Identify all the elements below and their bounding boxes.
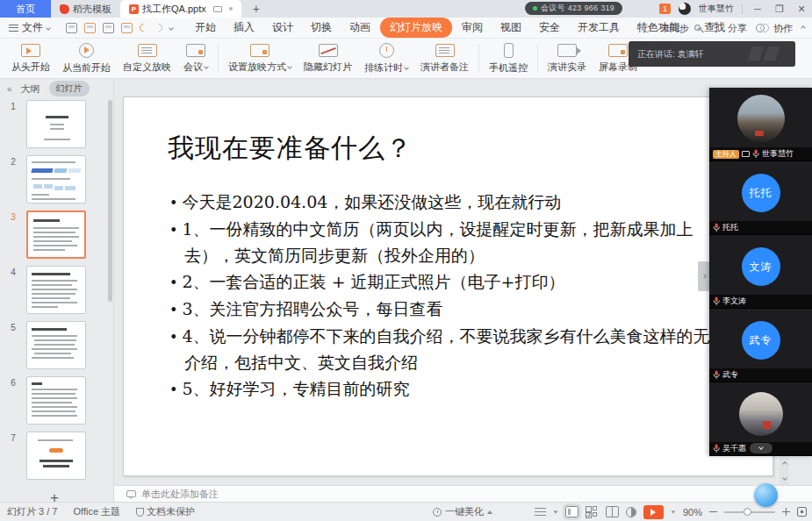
slideshow-play-button[interactable] <box>643 505 664 519</box>
beautify-button[interactable]: 一键美化 <box>433 505 492 518</box>
tab-review[interactable]: 审阅 <box>454 18 491 38</box>
custom-show-button[interactable]: 自定义放映 <box>117 39 177 78</box>
chevron-down-icon <box>46 25 51 31</box>
collab-button[interactable]: 协作 <box>773 22 793 35</box>
panel-scrollbar[interactable] <box>108 100 112 302</box>
speaker-notes-button[interactable]: 演讲者备注 <box>414 39 475 78</box>
bullet-item: 今天是2020.04.04，如果还没做这些，现在就行动 <box>169 189 737 216</box>
mic-icon <box>752 149 759 159</box>
redo-icon[interactable] <box>153 22 164 33</box>
tab-document[interactable]: P 找工作QA.pptx <box>120 0 241 18</box>
tab-view[interactable]: 视图 <box>492 18 529 38</box>
meeting-button[interactable]: 会议 <box>177 39 214 78</box>
account-avatar[interactable] <box>679 3 691 15</box>
play-from-current-button[interactable]: 从当前开始 <box>56 39 117 78</box>
theme-name[interactable]: Office 主题 <box>73 505 120 518</box>
tab-devtools[interactable]: 开发工具 <box>570 18 628 38</box>
chevron-down-icon[interactable] <box>554 510 558 513</box>
outline-tab[interactable]: 大纲 <box>21 82 40 96</box>
phone-remote-button[interactable]: 手机遥控 <box>483 39 534 78</box>
reading-view-button[interactable] <box>606 506 619 517</box>
play-options-icon[interactable] <box>672 510 675 513</box>
minimize-button[interactable]: ─ <box>751 4 765 14</box>
bullet-item: 5、好好学习，专精目前的研究 <box>169 376 737 403</box>
previous-slide-button[interactable] <box>780 458 789 470</box>
share-button[interactable]: 分享 <box>728 22 747 35</box>
participant-tile-host[interactable]: 主持人 世事慧竹 <box>709 88 812 161</box>
meeting-watermark-icon <box>763 46 780 61</box>
notes-bar[interactable]: 单击此处添加备注 <box>114 485 812 502</box>
zoom-slider-knob[interactable] <box>744 508 751 516</box>
play-from-start-button[interactable]: 从头开始 <box>5 39 56 78</box>
protection-status[interactable]: 文档未保护 <box>136 505 195 518</box>
slide-thumbnail-3-selected[interactable]: 3 <box>0 211 109 266</box>
close-button[interactable]: ✕ <box>794 4 808 15</box>
tab-animation[interactable]: 动画 <box>341 18 378 38</box>
bullet-item: 4、说一分钟都停不下来的自我介绍，不要说我家乡有什么美食这样的无关介绍，包括中文… <box>169 324 737 375</box>
new-tab-button[interactable]: + <box>248 2 264 16</box>
collapse-panel-icon[interactable]: « <box>7 84 12 94</box>
tab-insert[interactable]: 插入 <box>226 18 262 38</box>
rehearse-timing-button[interactable]: 排练计时 <box>358 39 414 78</box>
meeting-floating-ball[interactable] <box>754 483 778 507</box>
participant-avatar-photo <box>739 392 783 436</box>
file-menu[interactable]: 文件 <box>0 20 57 35</box>
participant-avatar-photo <box>737 95 785 142</box>
slide-thumbnail-4[interactable]: 4 <box>0 266 109 321</box>
zoom-level[interactable]: 90% <box>683 507 702 517</box>
setup-show-button[interactable]: 设置放映方式 <box>222 39 298 78</box>
phone-remote-icon <box>504 43 514 58</box>
zoom-slider[interactable] <box>724 511 775 513</box>
slide-title[interactable]: 我现在要准备什么？ <box>168 131 413 167</box>
save-icon[interactable] <box>66 23 77 33</box>
participant-tile[interactable]: 武专 武专 <box>709 309 812 382</box>
meeting-id-badge[interactable]: 会议号 423 966 319 <box>525 2 622 15</box>
home-button[interactable]: 首页 <box>0 0 51 18</box>
slide-thumbnail-2[interactable]: 2 <box>0 155 109 211</box>
tab-slideshow[interactable]: 幻灯片放映 <box>380 18 452 38</box>
notes-toggle-icon[interactable] <box>535 508 546 516</box>
chevron-down-icon[interactable] <box>697 25 702 31</box>
slides-tab[interactable]: 幻灯片 <box>49 81 90 96</box>
undo-icon[interactable] <box>138 22 149 33</box>
next-slide-button[interactable] <box>780 472 789 484</box>
tab-security[interactable]: 安全 <box>531 18 568 38</box>
presenter-view-button[interactable] <box>626 507 636 517</box>
qat-more-icon[interactable] <box>169 25 174 31</box>
hide-slide-button[interactable]: 隐藏幻灯片 <box>298 39 358 78</box>
restore-button[interactable]: ❐ <box>772 4 787 15</box>
ribbon-toolbar: 从头开始 从当前开始 自定义放映 会议 设置放映方式 隐藏幻灯片 排练计时 <box>0 39 812 79</box>
slide-body-text[interactable]: 今天是2020.04.04，如果还没做这些，现在就行动 1、一份精致的中文简历（… <box>169 189 737 403</box>
tab-design[interactable]: 设计 <box>264 18 301 38</box>
output-icon[interactable] <box>84 23 96 33</box>
slide-canvas[interactable]: 我现在要准备什么？ 今天是2020.04.04，如果还没做这些，现在就行动 1、… <box>123 96 773 476</box>
tab-transition[interactable]: 切换 <box>303 18 340 38</box>
account-name[interactable]: 世事慧竹 <box>699 3 734 15</box>
fit-window-button[interactable] <box>797 507 807 517</box>
print-preview-icon[interactable] <box>121 23 133 33</box>
sync-status[interactable]: 未同步 <box>660 22 689 35</box>
participant-avatar-initials: 文涛 <box>742 247 780 286</box>
tab-start[interactable]: 开始 <box>187 18 224 38</box>
slide-sorter-view-button[interactable] <box>586 506 599 517</box>
zoom-out-button[interactable] <box>709 511 717 513</box>
status-bar: 幻灯片 3 / 7 Office 主题 文档未保护 一键美化 90% <box>0 502 812 521</box>
print-icon[interactable] <box>103 23 114 33</box>
notification-badge[interactable]: 1 <box>659 4 671 14</box>
participant-tile[interactable]: 托托 托托 <box>709 161 812 235</box>
bullet-item: 2、一套合适的正装 + 近期正式照片（电子+打印） <box>169 269 737 296</box>
tab-docer-templates[interactable]: 稻壳模板 <box>51 0 120 18</box>
participant-tile[interactable]: 吴千惠 <box>709 382 812 456</box>
slide-thumbnail-5[interactable]: 5 <box>0 321 109 376</box>
participant-tile[interactable]: 文涛 李文涛 <box>709 235 812 309</box>
pane-collapse-handle[interactable] <box>698 261 709 291</box>
rehearse-timing-icon <box>379 43 394 58</box>
collapse-ribbon-icon[interactable] <box>801 25 806 31</box>
normal-view-button[interactable] <box>565 506 578 517</box>
sidebar-collapse-button[interactable] <box>750 443 772 453</box>
presentation-record-button[interactable]: 演讲实录 <box>542 39 593 78</box>
slide-thumbnail-1[interactable]: 1 <box>0 100 109 155</box>
slide-thumbnail-7[interactable]: 7 <box>0 432 109 487</box>
zoom-in-button[interactable] <box>782 508 790 516</box>
slide-thumbnail-6[interactable]: 6 <box>0 376 109 432</box>
